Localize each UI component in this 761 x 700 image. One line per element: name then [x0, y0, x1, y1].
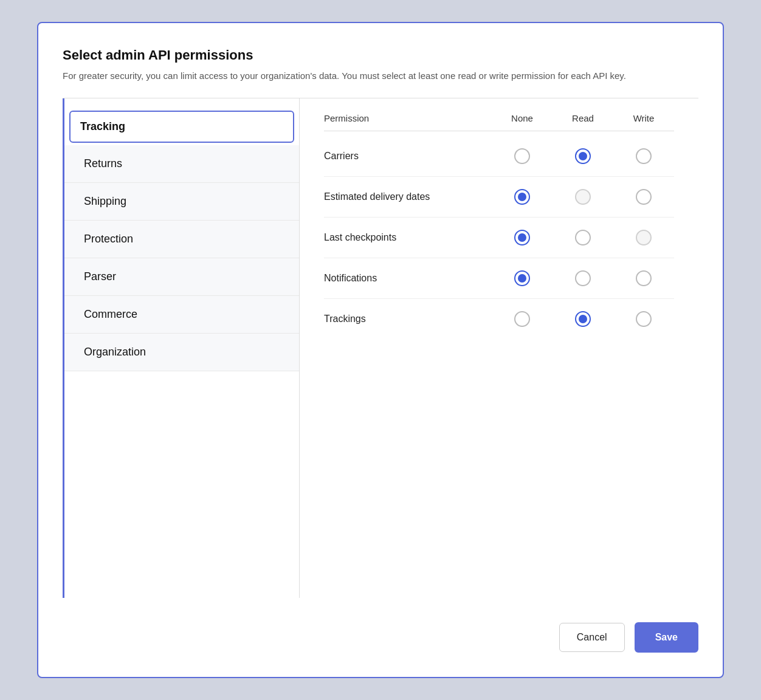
table-row: Last checkpoints — [324, 218, 674, 258]
sidebar-item-commerce[interactable]: Commerce — [64, 296, 299, 334]
radio-trackings-write[interactable] — [636, 311, 652, 327]
radio-cell — [553, 189, 613, 205]
table-row: Trackings — [324, 299, 674, 339]
radio-cell — [613, 148, 674, 164]
table-row: Notifications — [324, 258, 674, 299]
radio-cell — [553, 270, 613, 286]
permission-label-trackings: Trackings — [324, 314, 492, 324]
sidebar-item-protection[interactable]: Protection — [64, 221, 299, 258]
radio-checkpoints-write[interactable] — [636, 230, 652, 245]
radio-cell — [492, 311, 553, 327]
sidebar: Tracking Returns Shipping Protection Par… — [63, 98, 300, 599]
modal-title: Select admin API permissions — [63, 47, 698, 63]
col-write: Write — [613, 113, 674, 123]
col-none: None — [492, 113, 553, 123]
radio-carriers-read[interactable] — [575, 148, 591, 164]
modal-header: Select admin API permissions For greater… — [63, 47, 698, 83]
save-button[interactable]: Save — [635, 622, 698, 653]
sidebar-item-parser[interactable]: Parser — [64, 258, 299, 296]
cancel-button[interactable]: Cancel — [559, 623, 625, 652]
table-row: Estimated delivery dates — [324, 177, 674, 218]
radio-carriers-write[interactable] — [636, 148, 652, 164]
radio-cell — [492, 189, 553, 205]
radio-cell — [613, 230, 674, 245]
modal-container: Select admin API permissions For greater… — [37, 22, 724, 678]
radio-carriers-none[interactable] — [514, 148, 530, 164]
col-permission: Permission — [324, 113, 492, 123]
sidebar-item-tracking[interactable]: Tracking — [69, 111, 294, 143]
radio-checkpoints-read[interactable] — [575, 230, 591, 245]
radio-cell — [492, 148, 553, 164]
radio-cell — [613, 311, 674, 327]
modal-subtitle: For greater security, you can limit acce… — [63, 69, 698, 83]
radio-cell — [492, 230, 553, 245]
sidebar-item-returns[interactable]: Returns — [64, 145, 299, 183]
modal-body: Tracking Returns Shipping Protection Par… — [63, 98, 698, 599]
radio-notifications-none[interactable] — [514, 270, 530, 286]
radio-cell — [613, 270, 674, 286]
radio-cell — [492, 270, 553, 286]
radio-edd-none[interactable] — [514, 189, 530, 205]
radio-notifications-read[interactable] — [575, 270, 591, 286]
table-row: Carriers — [324, 136, 674, 177]
radio-cell — [553, 230, 613, 245]
radio-cell — [553, 148, 613, 164]
sidebar-item-organization[interactable]: Organization — [64, 334, 299, 371]
radio-trackings-none[interactable] — [514, 311, 530, 327]
permission-label-notifications: Notifications — [324, 273, 492, 284]
radio-edd-read[interactable] — [575, 189, 591, 205]
permission-label-checkpoints: Last checkpoints — [324, 232, 492, 243]
permission-label-edd: Estimated delivery dates — [324, 191, 492, 202]
radio-checkpoints-none[interactable] — [514, 230, 530, 245]
permissions-table: Permission None Read Write Carriers — [324, 113, 674, 339]
radio-notifications-write[interactable] — [636, 270, 652, 286]
radio-cell — [613, 189, 674, 205]
modal-footer: Cancel Save — [63, 608, 698, 653]
radio-trackings-read[interactable] — [575, 311, 591, 327]
permissions-header: Permission None Read Write — [324, 113, 674, 131]
content-panel: Permission None Read Write Carriers — [300, 98, 698, 599]
sidebar-item-shipping[interactable]: Shipping — [64, 183, 299, 221]
radio-cell — [553, 311, 613, 327]
radio-edd-write[interactable] — [636, 189, 652, 205]
permission-label-carriers: Carriers — [324, 151, 492, 162]
col-read: Read — [553, 113, 613, 123]
